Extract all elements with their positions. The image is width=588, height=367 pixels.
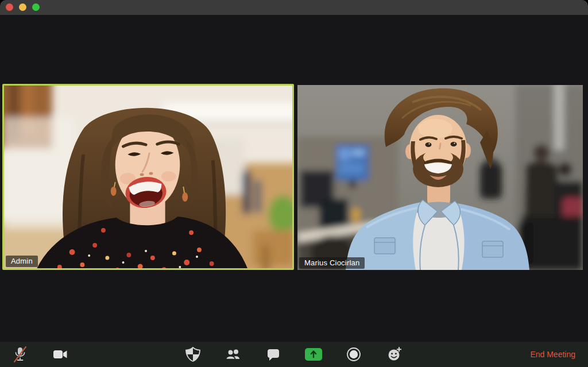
reactions-smiley-icon xyxy=(385,345,404,364)
window-titlebar xyxy=(0,0,588,15)
microphone-muted-icon xyxy=(10,345,30,364)
chat-bubble-icon xyxy=(265,346,282,363)
share-screen-button[interactable] xyxy=(303,343,324,365)
zoom-window-button[interactable] xyxy=(32,3,40,11)
marius-video-feed xyxy=(297,85,583,270)
close-window-button[interactable] xyxy=(6,3,13,11)
minimize-window-button[interactable] xyxy=(19,3,26,11)
share-screen-icon xyxy=(304,346,323,363)
record-button[interactable] xyxy=(343,343,365,365)
meeting-toolbar: End Meeting xyxy=(0,342,588,367)
participants-button[interactable] xyxy=(222,343,244,365)
video-grid: Admin xyxy=(0,15,588,342)
video-tile-marius[interactable]: Marius Ciocirlan xyxy=(297,85,583,270)
security-shield-icon xyxy=(184,346,202,363)
meeting-window: Admin xyxy=(0,0,588,367)
admin-video-feed xyxy=(4,86,292,268)
reactions-button[interactable] xyxy=(384,343,405,365)
participant-name-label: Admin xyxy=(6,256,38,267)
participants-icon xyxy=(224,345,242,364)
end-meeting-button[interactable]: End Meeting xyxy=(530,342,575,367)
video-camera-icon xyxy=(52,346,69,363)
record-icon xyxy=(345,346,362,363)
video-tile-admin[interactable]: Admin xyxy=(2,84,294,270)
mute-button[interactable] xyxy=(9,343,31,365)
chat-button[interactable] xyxy=(262,343,284,365)
participant-name-label: Marius Ciocirlan xyxy=(299,257,365,269)
video-button[interactable] xyxy=(49,343,71,365)
security-button[interactable] xyxy=(182,343,204,365)
